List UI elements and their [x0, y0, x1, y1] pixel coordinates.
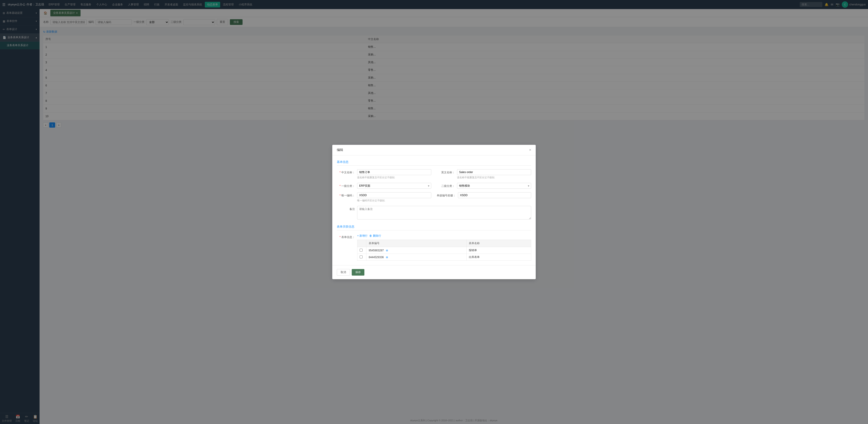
- col-form-code: 表单编号: [366, 240, 467, 247]
- en-name-input[interactable]: [457, 169, 531, 175]
- row-checkbox-cell: [358, 247, 366, 254]
- unique-code-hint: 唯一编码不区分父子级别.: [357, 199, 431, 202]
- cell-form-name: 出库表单: [467, 254, 531, 261]
- col-checkbox: [358, 240, 366, 247]
- form-item-unique-code: * 唯一编码： 唯一编码不区分父子级别.: [337, 192, 431, 202]
- inner-table-row: 8444529336 ⊕ 出库表单: [358, 254, 531, 261]
- modal-footer: 取消 保存: [332, 265, 536, 279]
- level1-form-label: * 一级分类：: [337, 183, 355, 188]
- add-row-button[interactable]: + 新增行: [357, 234, 368, 238]
- row-checkbox-0[interactable]: [360, 249, 363, 252]
- table-info-section: * 表单信息： + 新增行 🗑 删除行 表单编号: [337, 234, 531, 261]
- form-item-prefix: 单据编号前缀：: [437, 192, 531, 202]
- cancel-button[interactable]: 取消: [337, 269, 350, 276]
- en-name-hint: 该名称不能重复且不区分父子级别.: [457, 176, 531, 179]
- en-name-field: 该名称不能重复且不区分父子级别.: [457, 169, 531, 179]
- col-form-name: 表单名称: [467, 240, 531, 247]
- inner-table-row: 9545903287 ⊕ 报销单: [358, 247, 531, 254]
- remark-field: [357, 206, 531, 220]
- cn-name-label: * 中文名称：: [337, 169, 355, 174]
- modal-body: 基本信息 * 中文名称： 该名称不能重复且不区分父子级别.: [332, 156, 536, 265]
- form-item-level1: * 一级分类： ERP页面: [337, 183, 431, 189]
- form-grid: * 中文名称： 该名称不能重复且不区分父子级别. 英文名称：: [337, 169, 531, 220]
- unique-code-field: 唯一编码不区分父子级别.: [357, 192, 431, 202]
- cn-name-hint: 该名称不能重复且不区分父子级别.: [357, 176, 431, 179]
- en-name-label: 英文名称：: [437, 169, 455, 174]
- plus-icon-0[interactable]: ⊕: [386, 249, 388, 252]
- plus-icon-1[interactable]: ⊕: [386, 256, 388, 259]
- remark-textarea[interactable]: [357, 206, 531, 220]
- level2-form-select[interactable]: 销售模块: [457, 183, 531, 189]
- inner-table: 表单编号 表单名称 9545903287 ⊕ 报销单 8444529336 ⊕ …: [357, 239, 531, 261]
- cn-name-field: 该名称不能重复且不区分父子级别.: [357, 169, 431, 179]
- table-toolbar: + 新增行 🗑 删除行: [357, 234, 531, 238]
- unique-code-input[interactable]: [357, 192, 431, 198]
- form-item-remark: 备注: [337, 206, 531, 220]
- save-button[interactable]: 保存: [352, 269, 364, 276]
- unique-code-label: * 唯一编码：: [337, 192, 355, 198]
- cell-form-code: 9545903287 ⊕: [366, 247, 467, 254]
- form-item-en-name: 英文名称： 该名称不能重复且不区分父子级别.: [437, 169, 531, 179]
- row-checkbox-1[interactable]: [360, 255, 363, 258]
- cn-name-input[interactable]: [357, 169, 431, 175]
- prefix-label: 单据编号前缀：: [437, 192, 456, 198]
- basic-info-title: 基本信息: [337, 160, 531, 166]
- level1-form-select[interactable]: ERP页面: [357, 183, 431, 189]
- table-info-label: * 表单信息：: [337, 234, 355, 239]
- inner-table-head: 表单编号 表单名称: [358, 240, 531, 247]
- prefix-field: [458, 192, 531, 198]
- table-info-field: + 新增行 🗑 删除行 表单编号 表单名称: [357, 234, 531, 261]
- cn-name-required-star: *: [340, 171, 341, 174]
- remark-label: 备注: [337, 206, 355, 211]
- inner-table-body: 9545903287 ⊕ 报销单 8444529336 ⊕ 出库表单: [358, 247, 531, 261]
- edit-modal: 编辑 × 基本信息 * 中文名称： 该名称不能重复且不区分父子级别.: [332, 145, 536, 279]
- cell-form-code: 8444529336 ⊕: [366, 254, 467, 261]
- modal-overlay: 编辑 × 基本信息 * 中文名称： 该名称不能重复且不区分父子级别.: [0, 0, 868, 424]
- del-row-button[interactable]: 🗑 删除行: [369, 234, 381, 238]
- level1-form-field: ERP页面: [357, 183, 431, 189]
- prefix-input[interactable]: [458, 192, 531, 198]
- level2-form-field: 销售模块: [457, 183, 531, 189]
- modal-close-button[interactable]: ×: [529, 148, 531, 152]
- level2-form-label: 二级分类：: [437, 183, 455, 188]
- modal-title: 编辑: [337, 148, 343, 152]
- modal-header: 编辑 ×: [332, 145, 536, 156]
- form-item-cn-name: * 中文名称： 该名称不能重复且不区分父子级别.: [337, 169, 431, 179]
- form-item-level2: 二级分类： 销售模块: [437, 183, 531, 189]
- table-info-form-item: * 表单信息： + 新增行 🗑 删除行 表单编号: [337, 234, 531, 261]
- row-checkbox-cell: [358, 254, 366, 261]
- cell-form-name: 报销单: [467, 247, 531, 254]
- table-relation-title: 表单关联信息: [337, 225, 531, 230]
